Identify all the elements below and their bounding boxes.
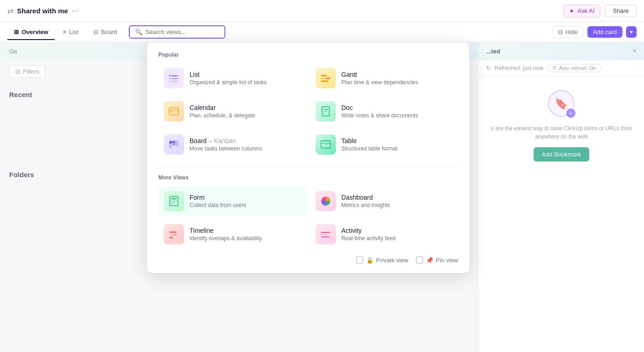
svg-rect-19 [169, 141, 172, 144]
view-item-board[interactable]: Board – Kanban Move tasks between column… [158, 130, 306, 159]
form-view-text: Form Collect data from users [190, 194, 246, 208]
more-views-label: More views [158, 174, 458, 181]
svg-rect-31 [171, 202, 174, 204]
pin-view-option[interactable]: 📌 Pin view [416, 256, 458, 264]
private-view-option[interactable]: 🔒 Private view [356, 256, 408, 264]
svg-rect-0 [169, 75, 171, 76]
doc-view-icon [316, 101, 336, 121]
svg-rect-27 [326, 144, 330, 146]
svg-rect-8 [326, 78, 330, 79]
tab-overview[interactable]: ⊞ Overview [7, 25, 55, 40]
svg-rect-7 [321, 78, 325, 79]
gantt-view-icon [316, 68, 336, 88]
dashboard-view-text: Dashboard Metrics and insights [341, 194, 390, 208]
svg-rect-1 [172, 75, 178, 76]
timeline-view-text: Timeline Identify overlaps & availabilit… [190, 227, 262, 242]
svg-rect-37 [321, 234, 328, 235]
popular-label: Popular [158, 52, 458, 58]
search-box[interactable]: 🔍 [129, 25, 225, 39]
board-view-text: Board – Kanban Move tasks between column… [190, 137, 262, 152]
ask-ai-button[interactable]: ✦ Ask AI [563, 5, 600, 17]
view-item-gantt[interactable]: Gantt Plan time & view dependencies [310, 63, 458, 93]
table-view-icon [316, 134, 336, 155]
more-views-section: More views Form [147, 167, 469, 249]
lock-icon: 🔒 [366, 257, 374, 264]
view-item-timeline[interactable]: Timeline Identify overlaps & availabilit… [158, 219, 306, 249]
hide-button[interactable]: ⊟ Hide [552, 26, 584, 38]
svg-rect-4 [169, 81, 171, 82]
more-options-icon[interactable]: ··· [72, 6, 79, 16]
search-input[interactable] [145, 29, 219, 35]
popular-view-grid: List Organized & simple list of tasks [158, 63, 458, 159]
svg-rect-2 [169, 78, 171, 79]
tab-board[interactable]: ⊟ Board [87, 25, 124, 40]
svg-point-39 [328, 231, 330, 233]
list-icon: ≡ [63, 29, 67, 35]
navtabs-right: ⊟ Hide Add card ▾ [552, 26, 637, 38]
dashboard-view-icon [316, 191, 336, 211]
svg-rect-9 [321, 81, 328, 82]
view-item-form[interactable]: Form Collect data from users [158, 186, 306, 216]
svg-rect-21 [172, 141, 175, 143]
add-card-button[interactable]: Add card [587, 26, 622, 38]
svg-rect-33 [169, 231, 177, 233]
dropdown-footer: 🔒 Private view 📌 Pin view [147, 249, 469, 273]
svg-rect-5 [172, 81, 178, 82]
svg-rect-30 [171, 200, 177, 202]
svg-rect-6 [321, 75, 327, 76]
gantt-view-text: Gantt Plan time & view dependencies [341, 71, 418, 86]
search-icon: 🔍 [135, 29, 143, 35]
timeline-view-icon [164, 224, 184, 244]
main-area: Ge ⊟ Filters Recent ⇄ ✓ Your recent open… [0, 42, 644, 352]
list-view-text: List Organized & simple list of tasks [190, 71, 266, 86]
doc-view-text: Doc Write notes & share documents [341, 104, 418, 119]
svg-rect-29 [171, 198, 177, 199]
share-button[interactable]: Share [605, 5, 637, 17]
view-item-list[interactable]: List Organized & simple list of tasks [158, 63, 306, 93]
calendar-view-icon [164, 101, 184, 121]
view-item-doc[interactable]: Doc Write notes & share documents [310, 97, 458, 126]
private-view-checkbox[interactable] [356, 256, 363, 264]
view-item-calendar[interactable]: Calendar Plan, schedule, & delegate [158, 97, 306, 126]
board-icon: ⊟ [93, 29, 98, 35]
svg-rect-13 [173, 111, 175, 112]
svg-rect-35 [169, 237, 173, 238]
svg-rect-26 [322, 144, 325, 146]
nav-tabs: ⊞ Overview ≡ List ⊟ Board 🔍 ⊟ Hide Add c… [0, 22, 644, 42]
topbar: ⇄ Shared with me ··· ✦ Ask AI Share [0, 0, 644, 22]
view-item-dashboard[interactable]: Dashboard Metrics and insights [310, 186, 458, 216]
svg-rect-38 [321, 237, 329, 237]
activity-view-text: Activity Real-time activity feed [341, 227, 396, 242]
page-title: Shared with me [17, 7, 68, 15]
dropdown-panel: Popular [147, 42, 469, 273]
list-view-icon [164, 68, 184, 88]
svg-rect-12 [171, 111, 172, 112]
add-card-chevron-button[interactable]: ▾ [626, 26, 637, 38]
activity-view-icon [316, 224, 336, 244]
calendar-view-text: Calendar Plan, schedule, & delegate [190, 104, 255, 119]
topbar-left: ⇄ Shared with me ··· [7, 6, 79, 16]
ai-icon: ✦ [569, 7, 575, 15]
shared-icon: ⇄ [7, 6, 13, 15]
form-view-icon [164, 191, 184, 211]
tab-list[interactable]: ≡ List [57, 25, 85, 40]
view-item-table[interactable]: Table Structured table format [310, 130, 458, 159]
hide-icon: ⊟ [558, 29, 563, 35]
popular-section: Popular [147, 42, 469, 159]
svg-rect-3 [172, 78, 178, 79]
view-item-activity[interactable]: Activity Real-time activity feed [310, 219, 458, 249]
pin-icon: 📌 [426, 257, 433, 264]
table-view-text: Table Structured table format [341, 137, 397, 152]
board-view-icon [164, 134, 184, 155]
pin-view-checkbox[interactable] [416, 256, 423, 264]
overview-icon: ⊞ [14, 29, 19, 35]
svg-rect-34 [171, 234, 177, 236]
topbar-right: ✦ Ask AI Share [563, 5, 637, 17]
more-view-grid: Form Collect data from users [158, 186, 458, 249]
svg-rect-22 [176, 141, 178, 146]
